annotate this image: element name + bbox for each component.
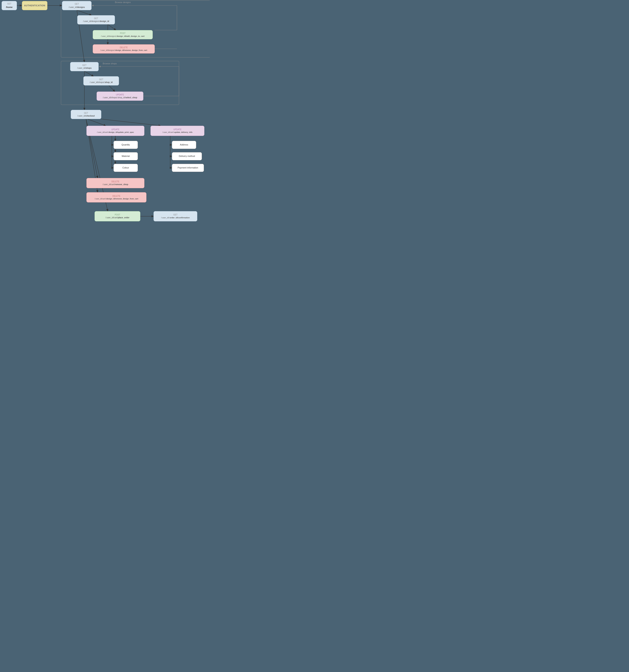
arrow-shops-shop-id: [84, 71, 94, 76]
node-material: Material: [114, 152, 138, 160]
node-payment-label: Payment information: [178, 166, 198, 169]
node-quantity: Quantity: [114, 141, 138, 149]
node-update-print-path: /:user_id/cart/:design_id/update_print_s…: [97, 131, 134, 134]
node-get-checkout: GET /:user_id/checkout: [71, 110, 101, 119]
arrow-design-id-post: [108, 24, 116, 30]
node-delete-path: /:user_id/designs/:design_id/remove_desi…: [100, 49, 147, 52]
node-del-shop-method: DELETE: [111, 180, 119, 183]
node-update-delivery-info: UPDATE /:user_id/cart/:update_delivery_i…: [150, 126, 204, 136]
node-get-home-method: GET: [7, 2, 11, 5]
node-delete-remove-design: DELETE /:user_id/designs/:design_id/remo…: [93, 44, 155, 53]
node-delete-remove-design2: DELETE /:user_id/cart/:design_id/remove_…: [86, 192, 146, 202]
node-auth-label: AUTHENTICATION: [24, 4, 45, 7]
node-post-method: POST: [120, 32, 125, 35]
arrow-checkout-print: [87, 119, 106, 126]
node-payment-information: Payment information: [172, 164, 204, 172]
node-delivery-method: Delivery method: [172, 152, 202, 160]
node-address: Address: [172, 141, 196, 149]
node-post-place-path: /:user_id/cart/place_order: [105, 216, 129, 219]
node-get-design-id-method: GET: [94, 17, 98, 20]
arrow-shop-id-update: [109, 86, 115, 92]
node-colour: Colour: [114, 164, 138, 172]
node-del-design2-path: /:user_id/cart/:design_id/remove_design_…: [95, 197, 138, 200]
node-post-add-to-cart: POST /:user_id/designs/:design_id/add_de…: [93, 30, 153, 39]
node-get-design-id: GET /:user_id/designs/:design_id: [77, 15, 115, 24]
node-get-shop-id-method: GET: [99, 78, 103, 81]
node-get-designs-method: GET: [75, 3, 79, 5]
node-get-shop-id-path: /:user_id/shops/:shop_id: [90, 81, 112, 84]
node-post-path: /:user_id/designs/:design_id/add_design_…: [101, 35, 144, 38]
node-get-designs-path: /:user_id/designs: [69, 6, 85, 9]
node-update-method: UPDATE: [116, 93, 124, 96]
node-get-home-path: /home: [6, 6, 12, 9]
diagram-container: Browse designs Browse shops: [0, 0, 210, 224]
node-update-del-method: UPDATE: [174, 128, 182, 131]
node-get-home: GET /home: [2, 1, 17, 10]
node-quantity-label: Quantity: [122, 143, 130, 146]
browse-shops-label: Browse shops: [103, 62, 117, 65]
node-get-shops-method: GET: [82, 64, 86, 67]
node-authentication: AUTHENTICATION: [22, 1, 47, 10]
node-update-print-spec: UPDATE /:user_id/cart/:design_id/update_…: [86, 126, 144, 136]
node-update-del-path: /:user_id/cart/:update_delivery_info: [162, 131, 193, 134]
node-confirm-path: /:user_id/:order_id/confirmation: [161, 216, 190, 219]
node-post-place-method: POST: [115, 213, 120, 216]
node-delivery-method-label: Delivery method: [179, 154, 195, 158]
node-del-shop-path: /:user_id/cart/remove_shop: [103, 183, 128, 186]
node-get-shops-path: /:user_id/shops: [77, 67, 92, 70]
node-get-shops: GET /:user_id/shops: [70, 62, 99, 71]
node-address-label: Address: [180, 143, 188, 146]
node-update-select-shop: UPDATE /:user_id/shops/:shop_id/select_s…: [97, 92, 143, 101]
node-material-label: Material: [122, 154, 129, 158]
node-colour-label: Colour: [122, 166, 129, 169]
node-del-design2-method: DELETE: [112, 195, 120, 197]
node-get-shop-id: GET /:user_id/shops/:shop_id: [83, 76, 119, 86]
node-delete-method: DELETE: [120, 46, 128, 49]
node-get-confirmation: GET /:user_id/:order_id/confirmation: [154, 211, 197, 221]
browse-designs-label: Browse designs: [115, 1, 131, 3]
node-delete-remove-shop: DELETE /:user_id/cart/remove_shop: [86, 178, 144, 188]
node-get-design-id-path: /:user_id/designs/:design_id: [83, 20, 109, 23]
node-get-checkout-method: GET: [84, 112, 88, 115]
node-post-place-order: POST /:user_id/cart/place_order: [95, 211, 140, 221]
node-confirm-method: GET: [173, 213, 178, 216]
node-get-checkout-path: /:user_id/checkout: [77, 115, 95, 117]
arrow-designs-design-id: [77, 10, 92, 15]
node-get-designs: GET /:user_id/designs: [62, 1, 92, 10]
arrow-checkout-delivery: [101, 119, 161, 126]
node-update-print-method: UPDATE: [111, 128, 120, 131]
node-update-path: /:user_id/shops/:shop_id/select_shop: [103, 96, 137, 99]
